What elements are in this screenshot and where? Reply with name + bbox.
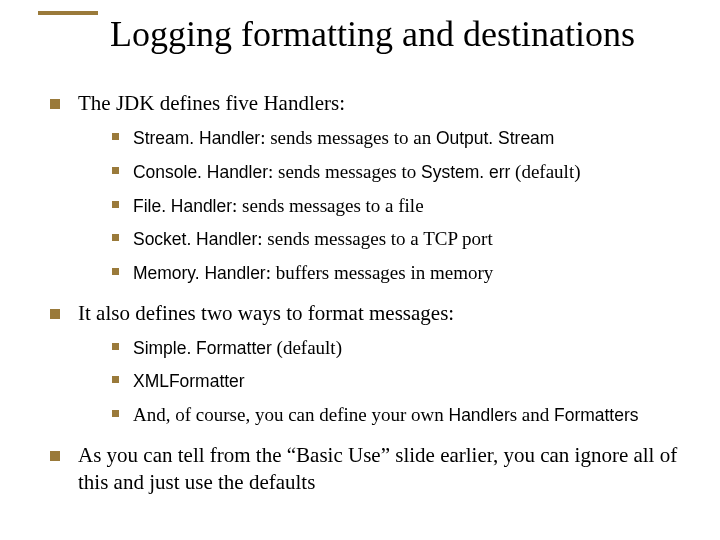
square-bullet-icon	[112, 201, 119, 208]
code-span: XMLFormatter	[133, 371, 245, 391]
sub-text: Simple. Formatter (default)	[133, 335, 690, 361]
sub-text: And, of course, you can define your own …	[133, 402, 690, 428]
sub-item: Stream. Handler: sends messages to an Ou…	[112, 125, 690, 151]
square-bullet-icon	[112, 234, 119, 241]
sub-item: XMLFormatter	[112, 368, 690, 394]
bullet-item: It also defines two ways to format messa…	[50, 300, 690, 327]
sub-text: Stream. Handler: sends messages to an Ou…	[133, 125, 690, 151]
sub-item: Simple. Formatter (default)	[112, 335, 690, 361]
square-bullet-icon	[112, 268, 119, 275]
code-span: Socket. Handler	[133, 229, 257, 249]
sub-item: Memory. Handler: buffers messages in mem…	[112, 260, 690, 286]
sublist: Stream. Handler: sends messages to an Ou…	[112, 125, 690, 285]
slide-body: The JDK defines five Handlers: Stream. H…	[50, 90, 690, 504]
code-span: Output. Stream	[436, 128, 554, 148]
sub-text: Console. Handler: sends messages to Syst…	[133, 159, 690, 185]
sub-item: Socket. Handler: sends messages to a TCP…	[112, 226, 690, 252]
slide-title: Logging formatting and destinations	[110, 13, 635, 55]
sub-text: Memory. Handler: buffers messages in mem…	[133, 260, 690, 286]
square-bullet-icon	[112, 343, 119, 350]
code-span: Simple. Formatter	[133, 338, 272, 358]
bullet-text: It also defines two ways to format messa…	[78, 300, 690, 327]
square-bullet-icon	[112, 133, 119, 140]
square-bullet-icon	[112, 410, 119, 417]
square-bullet-icon	[112, 167, 119, 174]
sub-item: And, of course, you can define your own …	[112, 402, 690, 428]
code-span: System. err	[421, 162, 510, 182]
square-bullet-icon	[50, 99, 60, 109]
square-bullet-icon	[112, 376, 119, 383]
code-span: Handler	[449, 405, 510, 425]
sublist: Simple. Formatter (default) XMLFormatter…	[112, 335, 690, 428]
sub-text: XMLFormatter	[133, 368, 690, 394]
code-span: Memory. Handler	[133, 263, 266, 283]
square-bullet-icon	[50, 309, 60, 319]
code-span: Console. Handler	[133, 162, 268, 182]
code-span: Stream. Handler	[133, 128, 260, 148]
sub-text: File. Handler: sends messages to a file	[133, 193, 690, 219]
code-span: File. Handler	[133, 196, 232, 216]
bullet-text: The JDK defines five Handlers:	[78, 90, 690, 117]
sub-item: Console. Handler: sends messages to Syst…	[112, 159, 690, 185]
sub-item: File. Handler: sends messages to a file	[112, 193, 690, 219]
bullet-item: As you can tell from the “Basic Use” sli…	[50, 442, 690, 497]
square-bullet-icon	[50, 451, 60, 461]
title-underline	[38, 11, 98, 15]
bullet-text: As you can tell from the “Basic Use” sli…	[78, 442, 690, 497]
slide: Logging formatting and destinations The …	[0, 0, 720, 540]
bullet-item: The JDK defines five Handlers:	[50, 90, 690, 117]
code-span: Formatters	[554, 405, 638, 425]
sub-text: Socket. Handler: sends messages to a TCP…	[133, 226, 690, 252]
